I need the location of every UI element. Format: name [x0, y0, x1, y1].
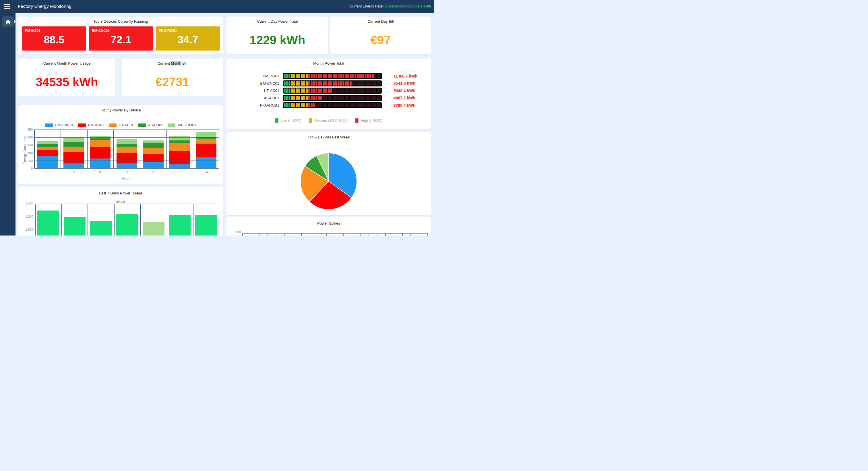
- axis-tick: [242, 234, 243, 235]
- x-tick-label: 12: [140, 170, 166, 174]
- month-bar-row: AS-CB014887.7 kWh: [226, 94, 431, 102]
- axis-tick: [251, 234, 251, 235]
- legend-swatch: [355, 118, 359, 123]
- device-label: BM-CNC01: [226, 81, 283, 86]
- device-label: AS-CB01: [226, 96, 283, 100]
- app-title: Factory Energy Monitoring: [18, 4, 71, 9]
- gridline-h: [34, 145, 219, 146]
- legend-item: AS-CB01: [138, 123, 163, 127]
- title-selected-text: Month: [171, 61, 181, 65]
- stacked-bar-segment: [117, 147, 137, 153]
- gridline-v: [87, 129, 88, 169]
- y-tick-label: 0: [21, 167, 33, 170]
- stacked-bar-segment: [63, 142, 84, 147]
- axis-tick: [385, 234, 386, 235]
- x-tick-label: 8: [34, 170, 61, 174]
- gridline-h: [34, 168, 219, 169]
- legend-label: BM-CNC01: [55, 123, 73, 127]
- gridline-v: [219, 129, 220, 169]
- hourly-plot: [34, 129, 219, 169]
- month-bar-row: PKG-ROB13790.4 kWh: [226, 102, 431, 109]
- segmented-bar: [283, 81, 382, 86]
- dashboard-content: Top 3 Devices Currently Running PM-INJ01…: [16, 12, 434, 235]
- card-top3-devices: Top 3 Devices Currently Running PM-INJ01…: [19, 17, 223, 54]
- stacked-bar-segment: [169, 136, 190, 140]
- y-tick-label: 100: [21, 151, 33, 155]
- card-last7-days: Last 7 Days Power Usage chart 1,4001,200…: [19, 187, 223, 235]
- device-total-value: 3790.4 kWh: [394, 103, 415, 108]
- stacked-bar-segment: [63, 147, 84, 152]
- energy-rate-label: Current Energy Rate:: [350, 4, 383, 8]
- stacked-bar-segment: [196, 138, 216, 139]
- axis-tick: [259, 234, 260, 235]
- device-label: PKG-ROB1: [226, 103, 283, 108]
- day-bar: [64, 217, 86, 236]
- x-tick-label: 13: [166, 170, 193, 174]
- axis-tick: [293, 234, 293, 235]
- device-tile-value: 34.7: [156, 34, 220, 46]
- axis-tick: [310, 234, 310, 235]
- legend-item: Medium (1000-3000): [309, 118, 348, 123]
- x-tick-label: 14: [193, 170, 219, 174]
- gridline-h: [34, 153, 219, 153]
- hourly-yticks: 050100150200250: [21, 129, 33, 169]
- legend-swatch: [78, 123, 86, 127]
- day-bar: [195, 215, 217, 235]
- axis-tick: [402, 234, 403, 235]
- stacked-bar-segment: [143, 143, 164, 148]
- chart-title: Power Spikes: [226, 221, 431, 226]
- gridline-h: [34, 137, 219, 138]
- card-hourly-power: Hourly Power By Device BM-CNC01PM-INJ01U…: [19, 106, 223, 184]
- y-tick-label: 250: [21, 128, 33, 131]
- gridline-v: [166, 129, 167, 169]
- segmented-bar: [283, 95, 382, 101]
- axis-tick: [369, 234, 369, 235]
- y-tick-label: 200: [21, 136, 33, 139]
- axis-tick: [335, 234, 336, 235]
- stacked-bar-segment: [37, 156, 58, 169]
- stacked-bar-segment: [63, 138, 84, 142]
- gridline-v: [193, 204, 193, 235]
- hourly-legend: BM-CNC01PM-INJ01UT-AC01AS-CB01PKG-ROB1: [19, 123, 223, 127]
- home-button[interactable]: [2, 17, 14, 27]
- gridline-v: [88, 204, 88, 235]
- card-month-power-total: Month Power Total PM-INJ0111366.7 kWhBM-…: [226, 59, 431, 129]
- legend-label: PM-INJ01: [88, 123, 104, 127]
- chart-title: Hourly Power By Device: [19, 108, 223, 112]
- chart-subtitle: chart: [19, 200, 223, 204]
- gridline-h: [35, 230, 219, 230]
- device-label: UT-AC01: [226, 88, 283, 93]
- legend-item: High (> 3000): [355, 118, 382, 123]
- card-month-usage: Current Month Power Usage 34535 kWh: [19, 59, 115, 96]
- title-text: Current: [157, 61, 171, 65]
- pie-chart: [300, 152, 358, 210]
- y-tick-label: 150: [21, 143, 33, 147]
- legend-label: AS-CB01: [148, 123, 163, 127]
- energy-rate-value: 0.0790900000000001: [384, 4, 420, 8]
- axis-tick: [394, 234, 394, 235]
- segmented-bar: [283, 73, 382, 79]
- month-legend: Low (< 1000)Medium (1000-3000)High (> 30…: [226, 118, 431, 123]
- axis-tick: [419, 234, 420, 235]
- stacked-bar-segment: [169, 141, 190, 143]
- segmented-bar: [283, 102, 382, 108]
- gridline-h: [35, 204, 219, 204]
- x-tick-label: 10: [87, 170, 113, 174]
- menu-icon[interactable]: [4, 4, 10, 9]
- legend-swatch: [309, 118, 312, 123]
- day-bar: [90, 221, 112, 235]
- legend-item: Low (< 1000): [275, 118, 301, 123]
- stacked-bar-segment: [196, 132, 216, 138]
- stacked-bar-segment: [117, 139, 137, 144]
- stacked-bar-segment: [143, 141, 164, 143]
- device-label: PM-INJ01: [226, 74, 283, 78]
- legend-label: Low (< 1000): [280, 119, 301, 123]
- chart-title: Top 5 Devices Last Week: [226, 135, 431, 139]
- legend-label: PKG-ROB1: [178, 123, 196, 127]
- legend-label: Medium (1000-3000): [314, 119, 348, 123]
- hourly-xticks: 891011121314: [34, 170, 219, 174]
- device-total-value: 4887.7 kWh: [394, 96, 415, 100]
- legend-item: BM-CNC01: [45, 123, 73, 127]
- axis-tick: [352, 234, 352, 235]
- legend-item: PM-INJ01: [78, 123, 104, 127]
